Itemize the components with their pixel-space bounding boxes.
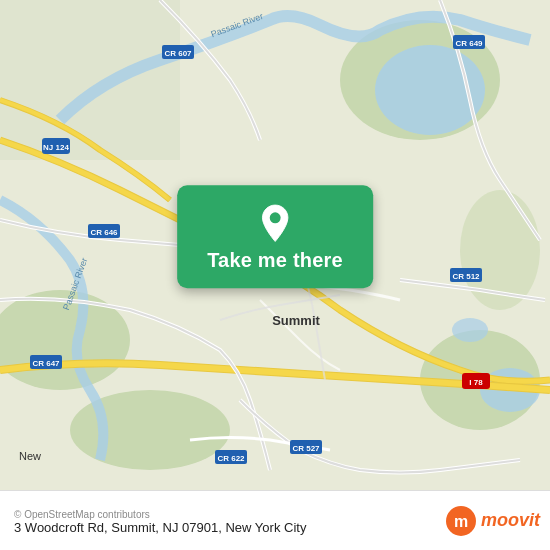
cta-button-label: Take me there bbox=[207, 249, 343, 272]
svg-text:CR 649: CR 649 bbox=[455, 39, 483, 48]
svg-text:CR 646: CR 646 bbox=[90, 228, 118, 237]
svg-text:CR 607: CR 607 bbox=[164, 49, 192, 58]
svg-text:CR 647: CR 647 bbox=[32, 359, 60, 368]
moovit-logo: m moovit bbox=[445, 505, 540, 537]
address-text: 3 Woodcroft Rd, Summit, NJ 07901, New Yo… bbox=[14, 520, 306, 535]
svg-point-32 bbox=[270, 212, 281, 223]
moovit-logo-icon: m bbox=[445, 505, 477, 537]
svg-text:CR 512: CR 512 bbox=[452, 272, 480, 281]
address-block: © OpenStreetMap contributors 3 Woodcroft… bbox=[14, 507, 306, 535]
moovit-brand-text: moovit bbox=[481, 510, 540, 531]
bottom-bar: © OpenStreetMap contributors 3 Woodcroft… bbox=[0, 490, 550, 550]
svg-text:CR 527: CR 527 bbox=[292, 444, 320, 453]
location-pin-icon bbox=[257, 203, 293, 243]
svg-text:Summit: Summit bbox=[272, 313, 320, 328]
svg-rect-5 bbox=[0, 0, 180, 160]
svg-text:New: New bbox=[19, 450, 41, 462]
osm-attribution: © OpenStreetMap contributors bbox=[14, 509, 306, 520]
take-me-there-button[interactable]: Take me there bbox=[177, 185, 373, 288]
svg-text:m: m bbox=[454, 513, 468, 530]
map-container: NJ 124 CR 607 CR 649 CR 646 CR 647 CR 52… bbox=[0, 0, 550, 490]
svg-text:I 78: I 78 bbox=[469, 378, 483, 387]
svg-point-9 bbox=[452, 318, 488, 342]
svg-text:CR 622: CR 622 bbox=[217, 454, 245, 463]
svg-text:NJ 124: NJ 124 bbox=[43, 143, 69, 152]
